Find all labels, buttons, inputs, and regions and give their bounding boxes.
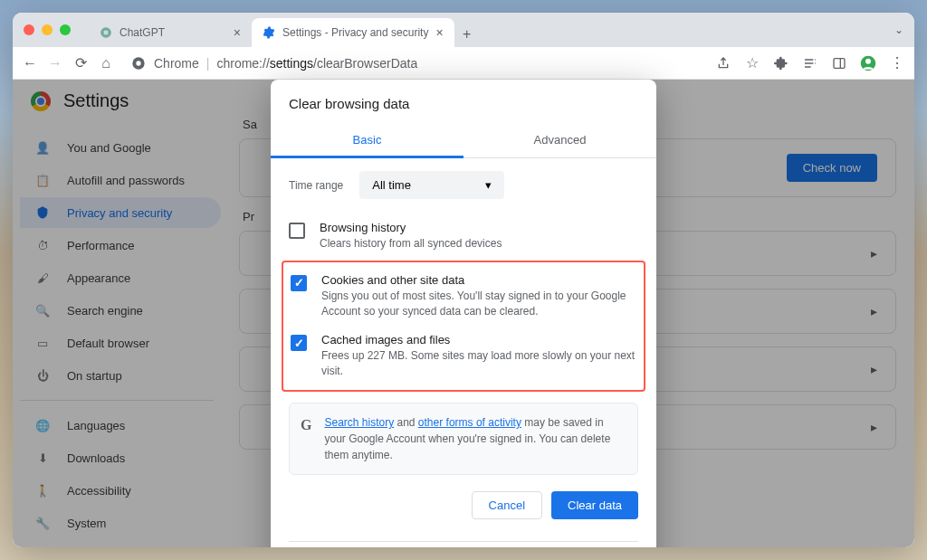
tab-chatgpt[interactable]: ChatGPT × — [89, 18, 252, 47]
option-title: Cookies and other site data — [321, 273, 636, 287]
gear-icon — [263, 26, 275, 39]
option-desc: Frees up 227 MB. Some sites may load mor… — [321, 348, 636, 379]
new-tab-button[interactable]: + — [454, 22, 480, 47]
browser-window: ChatGPT × Settings - Privacy and securit… — [13, 13, 914, 547]
close-window-button[interactable] — [24, 24, 34, 35]
titlebar: ChatGPT × Settings - Privacy and securit… — [13, 13, 914, 47]
option-cached: Cached images and files Frees up 227 MB.… — [283, 326, 644, 386]
close-tab-icon[interactable]: × — [234, 25, 241, 40]
option-cookies: Cookies and other site data Signs you ou… — [283, 266, 644, 327]
chatgpt-icon — [100, 26, 112, 39]
url-prefix: Chrome — [154, 56, 199, 71]
side-panel-icon[interactable] — [831, 55, 847, 71]
other-activity-link[interactable]: other forms of activity — [418, 416, 521, 429]
checkbox-cookies[interactable] — [291, 275, 307, 291]
time-range-value: All time — [372, 178, 411, 192]
window-controls — [24, 24, 71, 35]
back-button[interactable]: ← — [22, 55, 38, 71]
info-text: Search history and other forms of activi… — [324, 414, 626, 463]
content-area: Settings 👤You and Google 📋Autofill and p… — [13, 80, 914, 547]
checkbox-cached[interactable] — [291, 335, 307, 351]
tabs-overflow-icon[interactable]: ⌄ — [894, 24, 903, 36]
url-path: /clearBrowserData — [313, 56, 417, 71]
minimize-window-button[interactable] — [42, 24, 53, 35]
option-title: Cached images and files — [321, 333, 636, 346]
tab-strip: ChatGPT × Settings - Privacy and securit… — [89, 13, 480, 47]
dialog-tabs: Basic Advanced — [271, 124, 656, 158]
clear-browsing-data-dialog: Clear browsing data Basic Advanced Time … — [271, 80, 656, 547]
cancel-button[interactable]: Cancel — [472, 491, 542, 519]
svg-point-6 — [865, 58, 871, 63]
checkbox-browsing-history[interactable] — [289, 223, 305, 239]
search-history-link[interactable]: Search history — [324, 416, 394, 429]
tab-label: ChatGPT — [119, 26, 165, 39]
option-browsing-history: Browsing history Clears history from all… — [271, 212, 656, 261]
address-bar[interactable]: Chrome | chrome://settings/clearBrowserD… — [123, 55, 706, 71]
profile-avatar-icon[interactable] — [860, 55, 876, 71]
chevron-down-icon: ▾ — [485, 178, 492, 192]
bookmark-icon[interactable]: ☆ — [744, 55, 760, 71]
tab-settings[interactable]: Settings - Privacy and security × — [252, 18, 454, 47]
clear-data-button[interactable]: Clear data — [551, 491, 638, 519]
dialog-title: Clear browsing data — [271, 80, 656, 124]
reload-button[interactable]: ⟳ — [72, 55, 89, 71]
url-scheme: chrome:// — [216, 56, 269, 71]
time-range-row: Time range All time ▾ — [271, 158, 656, 212]
tab-label: Settings - Privacy and security — [282, 26, 428, 39]
tab-basic[interactable]: Basic — [271, 124, 464, 158]
maximize-window-button[interactable] — [60, 24, 71, 35]
forward-button[interactable]: → — [47, 55, 63, 71]
share-icon[interactable] — [715, 55, 731, 71]
info-box: G Search history and other forms of acti… — [289, 403, 638, 475]
svg-point-2 — [136, 61, 140, 65]
divider — [289, 541, 638, 542]
close-tab-icon[interactable]: × — [435, 25, 443, 40]
tab-advanced[interactable]: Advanced — [464, 124, 656, 157]
time-range-select[interactable]: All time ▾ — [359, 171, 504, 199]
url-host: settings — [270, 56, 313, 71]
reading-list-icon[interactable] — [802, 55, 818, 71]
svg-rect-3 — [834, 58, 845, 68]
menu-icon[interactable]: ⋮ — [889, 55, 905, 71]
option-desc: Clears history from all synced devices — [320, 236, 502, 252]
extensions-icon[interactable] — [773, 55, 789, 71]
chrome-icon — [130, 55, 147, 71]
option-title: Browsing history — [320, 221, 502, 234]
time-range-label: Time range — [289, 179, 343, 192]
toolbar: ← → ⟳ ⌂ Chrome | chrome://settings/clear… — [13, 47, 914, 80]
option-desc: Signs you out of most sites. You'll stay… — [321, 289, 636, 319]
dialog-actions: Cancel Clear data — [271, 486, 656, 534]
google-icon: G — [301, 414, 311, 463]
highlighted-options: Cookies and other site data Signs you ou… — [282, 261, 645, 392]
home-button[interactable]: ⌂ — [98, 55, 114, 71]
